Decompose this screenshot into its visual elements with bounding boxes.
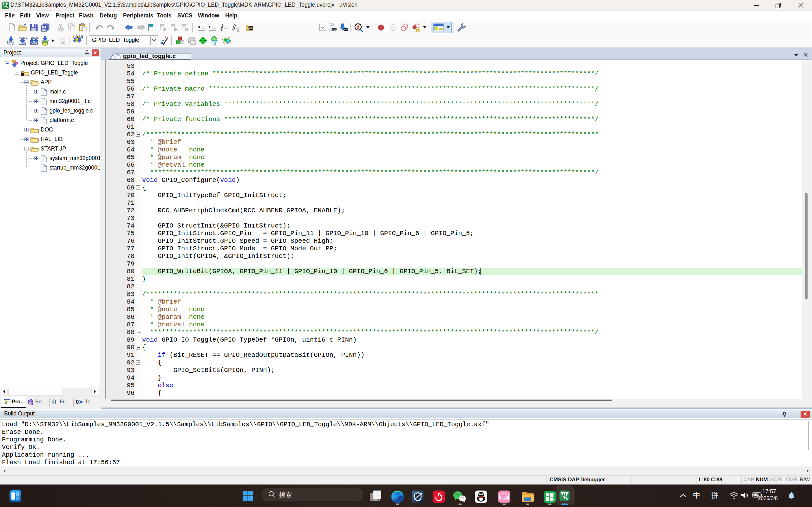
svg-text:?: ? [30,401,32,405]
svg-text:bilibili: bilibili [500,496,509,499]
svg-text:5: 5 [566,496,569,501]
